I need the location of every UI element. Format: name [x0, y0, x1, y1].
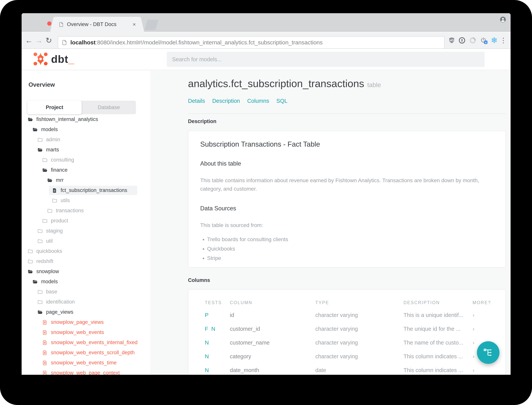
tree-item-label: identification — [46, 299, 75, 305]
cell-tests: N — [205, 353, 230, 360]
tree-item-label: snowplow_web_page_context — [51, 370, 120, 375]
file-red-icon — [42, 320, 47, 325]
tree-item-fishtown_internal_analytics[interactable]: fishtown_internal_analytics — [22, 114, 151, 124]
profile-avatar-icon[interactable] — [499, 16, 506, 23]
cell-type: character varying — [315, 353, 403, 360]
folder-open-icon — [47, 178, 53, 183]
file-icon — [52, 188, 57, 193]
tree-item-transactions[interactable]: transactions — [22, 206, 151, 216]
tree-item-mrr[interactable]: mrr — [22, 175, 151, 185]
onepassword-icon[interactable] — [457, 32, 467, 49]
tree-item-label: snowplow_web_events — [51, 329, 104, 335]
tree-item-label: snowplow_web_events_internal_fixed — [51, 339, 138, 345]
tree-item-redshift[interactable]: redshift — [22, 256, 151, 266]
tree-item-quickbooks[interactable]: quickbooks — [22, 246, 151, 256]
cell-column: category — [230, 353, 315, 360]
url-bar[interactable]: localhost:8080/index.html#!/model/model.… — [58, 36, 445, 49]
tree-item-identification[interactable]: identification — [22, 297, 151, 307]
materialization-badge: table — [367, 81, 381, 88]
cell-column: customer_name — [230, 339, 315, 346]
cell-type: character varying — [315, 339, 403, 346]
column-header-description: DESCRIPTION — [403, 300, 473, 305]
dbt-logo[interactable]: dbt_ — [33, 52, 74, 66]
file-red-icon — [42, 330, 47, 335]
new-tab-button[interactable] — [144, 20, 158, 30]
tree-item-models[interactable]: models — [22, 277, 151, 287]
tree-item-fct_subscription_transactions[interactable]: fct_subscription_transactions — [22, 185, 151, 196]
tree-item-label: snowplow_web_events_scroll_depth — [51, 350, 135, 356]
description-section-label: Description — [188, 118, 217, 124]
tab-close-icon[interactable]: × — [133, 21, 136, 27]
tree-item-snowplow_web_events_time[interactable]: snowplow_web_events_time — [22, 358, 151, 368]
page-favicon-icon — [59, 22, 64, 27]
tree-item-models[interactable]: models — [22, 124, 151, 135]
tree-item-util[interactable]: util — [22, 236, 151, 246]
row-expand-chevron[interactable]: › — [473, 367, 495, 373]
folder-open-icon — [37, 310, 43, 315]
kebab-menu-icon[interactable]: ⋮ — [498, 32, 508, 49]
nav-link-details[interactable]: Details — [188, 98, 205, 104]
tree-item-snowplow_web_events[interactable]: snowplow_web_events — [22, 327, 151, 338]
tree-item-consulting[interactable]: consulting — [22, 155, 151, 165]
disabled-extension-icon[interactable] — [467, 32, 478, 49]
ublock-origin-icon[interactable]: uO — [447, 32, 457, 49]
nav-link-sql[interactable]: SQL — [276, 98, 287, 104]
tree-item-base[interactable]: base — [22, 287, 151, 297]
tree-item-label: consulting — [51, 157, 74, 163]
forward-arrow-icon[interactable]: → — [34, 32, 44, 49]
lineage-graph-icon — [483, 347, 493, 358]
table-row-date_month[interactable]: Ndate_monthdateThis column indicates ...… — [188, 363, 506, 375]
svg-text:x: x — [485, 41, 486, 44]
table-row-customer_name[interactable]: Ncustomer_namecharacter varyingThe name … — [188, 336, 506, 350]
folder-closed-icon — [37, 228, 43, 234]
folder-closed-icon — [27, 259, 33, 264]
column-header-column: COLUMN — [230, 300, 315, 305]
reload-icon[interactable]: ↻ — [44, 32, 54, 49]
browser-tab[interactable]: Overview - DBT Docs × — [55, 17, 140, 32]
search-input[interactable] — [167, 52, 485, 67]
cell-description: This column indicates ... — [403, 353, 473, 360]
page-doc-icon — [62, 40, 67, 45]
cell-tests: N — [205, 339, 230, 346]
tree-item-utils[interactable]: utils — [22, 196, 151, 206]
row-expand-chevron[interactable]: › — [473, 326, 495, 332]
nav-link-columns[interactable]: Columns — [247, 98, 269, 104]
model-name: analytics.fct_subscription_transactions — [188, 78, 364, 89]
page-title: analytics.fct_subscription_transactionst… — [188, 78, 381, 89]
tree-item-snowplow_web_events_internal_fixed[interactable]: snowplow_web_events_internal_fixed — [22, 338, 151, 348]
view-lineage-graph-button[interactable] — [477, 341, 499, 364]
snowflake-icon[interactable]: ❄ — [489, 32, 499, 49]
close-window-button[interactable] — [47, 21, 52, 26]
tree-item-label: product — [51, 218, 68, 224]
cell-description: This column indicates ... — [403, 367, 473, 373]
tree-item-snowplow_web_events_scroll_depth[interactable]: snowplow_web_events_scroll_depth — [22, 348, 151, 358]
tree-item-staging[interactable]: staging — [22, 226, 151, 236]
sidebar-tab-project[interactable]: Project — [27, 101, 82, 114]
file-red-icon — [42, 360, 47, 365]
tree-item-snowplow_web_page_context[interactable]: snowplow_web_page_context — [22, 368, 151, 375]
table-row-customer_id[interactable]: F Ncustomer_idcharacter varyingThe uniqu… — [188, 322, 506, 336]
tree-item-product[interactable]: product — [22, 216, 151, 226]
tree-item-label: marts — [46, 147, 59, 153]
proxy-x-icon[interactable]: x — [479, 32, 489, 49]
table-row-category[interactable]: Ncategorycharacter varyingThis column in… — [188, 350, 506, 363]
sidebar-heading: Overview — [28, 81, 55, 88]
tree-item-marts[interactable]: marts — [22, 145, 151, 155]
tree-item-finance[interactable]: finance — [22, 165, 151, 175]
sources-intro: This table is sourced from: — [200, 221, 483, 230]
back-arrow-icon[interactable]: ← — [24, 32, 34, 49]
folder-open-icon — [27, 269, 33, 274]
sidebar-tab-database[interactable]: Database — [82, 101, 136, 114]
folder-closed-icon — [42, 218, 47, 223]
row-expand-chevron[interactable]: › — [473, 312, 495, 318]
tree-item-admin[interactable]: admin — [22, 135, 151, 145]
cell-description: The unique id for the ... — [403, 326, 473, 332]
dbt-docs-header: dbt_ — [22, 49, 511, 70]
table-row-id[interactable]: Pidcharacter varyingThis is a unique ide… — [188, 308, 506, 322]
nav-link-description[interactable]: Description — [212, 98, 240, 104]
content-area: Overview ProjectDatabase fishtown_intern… — [22, 71, 511, 375]
tree-item-snowplow[interactable]: snowplow — [22, 266, 151, 277]
tree-item-snowplow_page_views[interactable]: snowplow_page_views — [22, 317, 151, 327]
tree-item-page_views[interactable]: page_views — [22, 307, 151, 317]
tree-item-label: models — [41, 279, 58, 285]
